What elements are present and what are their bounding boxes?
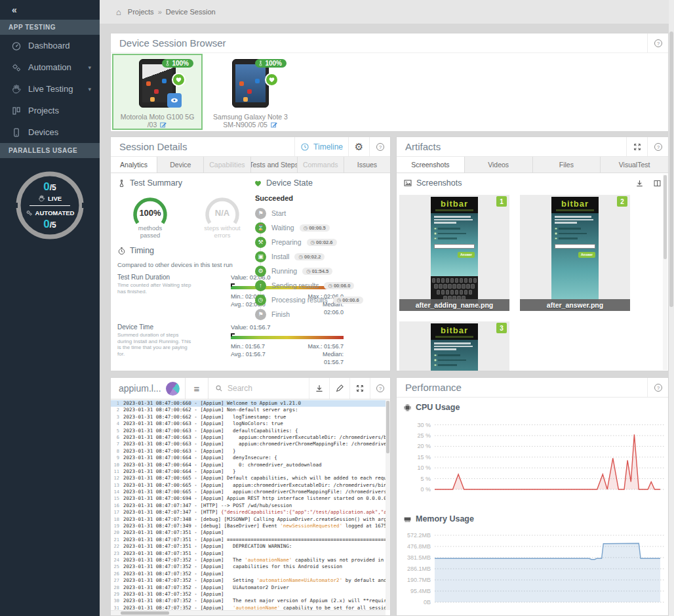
breadcrumb-item-projects[interactable]: Projects	[128, 8, 154, 16]
log-line[interactable]: 102023-01-31 08:47:00:664 - [Appium] 0: …	[111, 462, 386, 468]
help-button[interactable]	[647, 137, 668, 156]
log-line[interactable]: 252023-01-31 08:47:07:352 - [Appium] cap…	[111, 564, 386, 570]
log-line[interactable]: 232023-01-31 08:47:07:351 - [Appium]	[111, 550, 386, 557]
step-label: Start	[271, 209, 286, 217]
device-session-browser-panel: Device Session Browser 100%Motorola Moto…	[110, 33, 669, 132]
log-line-text: 2023-01-31 08:47:00:664 - [Appium] 0: ch…	[121, 462, 322, 468]
sidebar-item-automation[interactable]: Automation▾	[0, 56, 100, 78]
svg-text:N/A: N/A	[215, 208, 230, 218]
log-type-icon[interactable]	[166, 382, 180, 396]
watch-badge[interactable]	[167, 93, 182, 108]
log-horizontal-scrollbar[interactable]	[111, 610, 386, 615]
device-card-samsung-galaxy-note-3[interactable]: 100%Samsung Galaxy Note 3SM-N9005 /05	[205, 54, 296, 130]
log-line-number: 21	[111, 537, 121, 543]
tab-analytics[interactable]: Analytics	[111, 157, 157, 173]
artifacts-scrollbar[interactable]	[663, 175, 667, 370]
columns-icon[interactable]	[653, 179, 662, 188]
metric-value: Value: 01:56.7	[231, 323, 344, 331]
tab-commands[interactable]: Commands	[298, 157, 344, 173]
tab-device[interactable]: Device	[157, 157, 204, 173]
screenshot-preview: bitbarAnswer	[551, 197, 599, 309]
log-brush-button[interactable]	[329, 378, 349, 399]
bitbar-logo: bitbar	[431, 199, 478, 208]
edit-pencil-icon[interactable]	[159, 121, 167, 129]
log-line[interactable]: 112023-01-31 08:47:00:664 - [Appium] }	[111, 468, 386, 475]
log-file-title[interactable]: appium.l...	[111, 383, 166, 394]
log-line[interactable]: 42023-01-31 08:47:00:663 - [Appium] logN…	[111, 421, 386, 427]
log-line[interactable]: 292023-01-31 08:47:07:352 - [Appium]	[111, 591, 386, 598]
page-scrollbar[interactable]	[669, 0, 674, 616]
log-line[interactable]: 262023-01-31 08:47:07:352 - [Appium]	[111, 571, 386, 577]
log-vertical-scrollbar[interactable]	[386, 400, 390, 610]
log-download-button[interactable]	[309, 378, 329, 399]
log-line[interactable]: 272023-01-31 08:47:07:352 - [Appium] Set…	[111, 577, 386, 584]
tab-issues[interactable]: Issues	[344, 157, 390, 173]
home-icon[interactable]: ⌂	[116, 7, 121, 17]
projects-icon	[11, 106, 22, 116]
tab-visualtest[interactable]: VisualTest	[601, 157, 668, 173]
log-line[interactable]: 142023-01-31 08:47:00:665 - [Appium] app…	[111, 489, 386, 495]
edit-pencil-icon[interactable]	[270, 121, 278, 129]
sidebar-item-label: Devices	[28, 127, 58, 137]
log-line-number: 26	[111, 571, 121, 577]
log-line[interactable]: 52023-01-31 08:47:00:663 - [Appium] defa…	[111, 428, 386, 434]
log-line[interactable]: 302023-01-31 08:47:07:352 - [Appium] The…	[111, 598, 386, 604]
sidebar-item-devices[interactable]: Devices	[0, 121, 100, 143]
log-line[interactable]: 82023-01-31 08:47:00:663 - [Appium] }	[111, 448, 386, 455]
log-line[interactable]: 122023-01-31 08:47:00:665 - [Appium] Def…	[111, 475, 386, 482]
timeline-button[interactable]: Timeline	[294, 137, 348, 156]
log-line[interactable]: 202023-01-31 08:47:07:351 - [Appium]	[111, 529, 386, 536]
log-lines: 12023-01-31 08:47:00:660 - [Appium] Welc…	[111, 400, 386, 615]
log-line[interactable]: 22023-01-31 08:47:00:662 - [Appium] Non-…	[111, 407, 386, 413]
log-line-number: 3	[111, 414, 121, 421]
log-line[interactable]: 172023-01-31 08:47:07:347 - [HTTP] {"des…	[111, 509, 386, 516]
log-line[interactable]: 212023-01-31 08:47:07:351 - [Appium] ===…	[111, 537, 386, 543]
device-card-motorola-moto-g100-5g[interactable]: 100%Motorola Moto G100 5G/03	[112, 54, 203, 130]
log-line[interactable]: 92023-01-31 08:47:00:664 - [Appium] deny…	[111, 455, 386, 461]
tab-files[interactable]: Files	[533, 157, 601, 173]
log-line[interactable]: 32023-01-31 08:47:00:662 - [Appium] logT…	[111, 414, 386, 421]
screenshot-thumbnail-3[interactable]: bitbarAnswer3	[399, 321, 509, 371]
svg-text:20 %: 20 %	[417, 443, 431, 449]
tab-tests-and-steps[interactable]: Tests and Steps	[251, 157, 298, 173]
expand-button[interactable]	[626, 137, 647, 156]
log-line-text: 2023-01-31 08:47:00:663 - [Appium] appiu…	[121, 441, 386, 447]
log-line[interactable]: 192023-01-31 08:47:07:349 - [debug] [Bas…	[111, 523, 386, 529]
tab-screenshots[interactable]: Screenshots	[397, 157, 465, 173]
help-button[interactable]	[370, 378, 390, 399]
download-icon[interactable]	[635, 179, 644, 188]
step-preparing: ⚒Preparing◷00:02.6	[255, 235, 385, 249]
list-icon: ≡	[194, 383, 200, 394]
log-line[interactable]: 12023-01-31 08:47:00:660 - [Appium] Welc…	[111, 400, 386, 407]
log-line[interactable]: 242023-01-31 08:47:07:352 - [Appium] The…	[111, 557, 386, 564]
sidebar-item-projects[interactable]: Projects	[0, 100, 100, 121]
help-button[interactable]	[369, 137, 390, 156]
tab-capabilities[interactable]: Capabilities	[204, 157, 250, 173]
log-search-input[interactable]	[228, 384, 302, 393]
sidebar-collapse-button[interactable]: «	[0, 0, 100, 20]
settings-button[interactable]: ⚙	[348, 137, 369, 156]
screenshot-thumbnail-2[interactable]: bitbarAnswer2after_answer.png	[520, 195, 630, 311]
help-button[interactable]	[647, 378, 668, 397]
screenshot-thumbnail-1[interactable]: bitbarAnswer1after_adding_name.png	[399, 195, 509, 311]
log-line[interactable]: 152023-01-31 08:47:00:694 - [Appium] App…	[111, 495, 386, 502]
sidebar-item-dashboard[interactable]: Dashboard	[0, 35, 100, 56]
log-expand-button[interactable]	[349, 378, 370, 399]
sidebar-item-live-testing[interactable]: Live Testing▾	[0, 78, 100, 100]
log-line[interactable]: 62023-01-31 08:47:00:663 - [Appium] appi…	[111, 434, 386, 441]
log-line[interactable]: 222023-01-31 08:47:07:351 - [Appium] DEP…	[111, 543, 386, 550]
log-line-number: 7	[111, 441, 121, 447]
log-line[interactable]: 182023-01-31 08:47:07:348 - [debug] [MJS…	[111, 516, 386, 523]
log-line-number: 24	[111, 557, 121, 564]
log-list-button[interactable]: ≡	[186, 378, 208, 399]
cpu-usage-title: CPU Usage	[403, 403, 664, 412]
device-state-title: Device State	[254, 178, 385, 188]
tab-videos[interactable]: Videos	[465, 157, 533, 173]
device-name: Motorola Moto G100 5G	[121, 113, 195, 121]
log-line[interactable]: 162023-01-31 08:47:07:347 - [HTTP] --> P…	[111, 503, 386, 509]
help-button[interactable]	[647, 33, 668, 52]
log-line[interactable]: 282023-01-31 08:47:07:352 - [Appium] UiA…	[111, 585, 386, 591]
log-line[interactable]: 72023-01-31 08:47:00:663 - [Appium] appi…	[111, 441, 386, 447]
log-line[interactable]: 132023-01-31 08:47:00:665 - [Appium] app…	[111, 482, 386, 489]
gauge-methods-passed: 100%methodspassed	[119, 194, 182, 239]
